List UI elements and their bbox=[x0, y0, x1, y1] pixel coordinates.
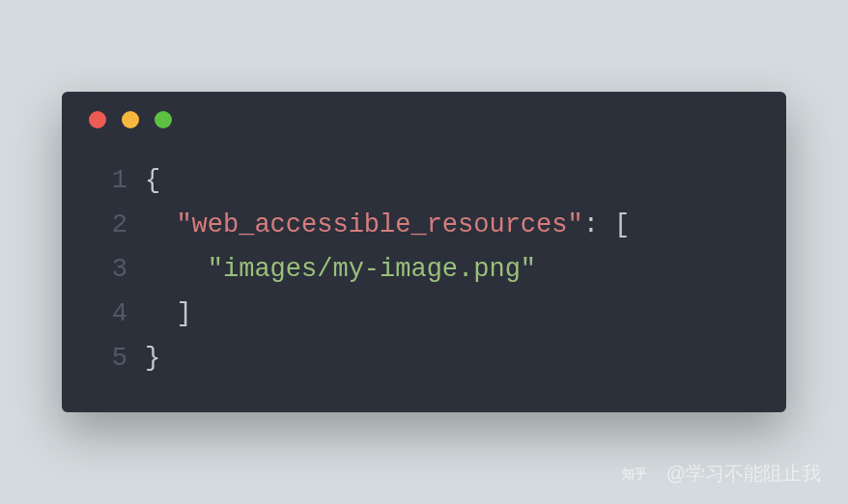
line-content: "images/my-image.png" bbox=[145, 248, 536, 293]
code-line: 2 "web_accessible_resources": [ bbox=[89, 204, 759, 248]
line-content: { bbox=[145, 159, 160, 204]
minimize-icon[interactable] bbox=[122, 111, 139, 128]
code-line: 4 ] bbox=[89, 293, 759, 337]
watermark: 知乎 @学习不能阻止我 bbox=[622, 461, 821, 487]
code-line: 3 "images/my-image.png" bbox=[89, 248, 759, 293]
line-number: 2 bbox=[89, 204, 127, 248]
line-number: 5 bbox=[89, 337, 127, 381]
code-window: 1{2 "web_accessible_resources": [3 "imag… bbox=[62, 92, 786, 411]
line-number: 4 bbox=[89, 293, 127, 337]
zhihu-logo-icon: 知乎 bbox=[622, 465, 657, 483]
line-number: 3 bbox=[89, 248, 127, 293]
line-number: 1 bbox=[89, 159, 127, 204]
line-content: } bbox=[145, 337, 160, 381]
watermark-author: @学习不能阻止我 bbox=[666, 461, 821, 487]
window-controls bbox=[62, 92, 786, 136]
svg-text:知乎: 知乎 bbox=[622, 466, 647, 481]
line-content: "web_accessible_resources": [ bbox=[145, 204, 630, 248]
maximize-icon[interactable] bbox=[155, 111, 172, 128]
line-content: ] bbox=[145, 293, 192, 337]
code-line: 5} bbox=[89, 337, 759, 381]
code-line: 1{ bbox=[89, 159, 759, 204]
close-icon[interactable] bbox=[89, 111, 106, 128]
code-body: 1{2 "web_accessible_resources": [3 "imag… bbox=[62, 136, 786, 411]
